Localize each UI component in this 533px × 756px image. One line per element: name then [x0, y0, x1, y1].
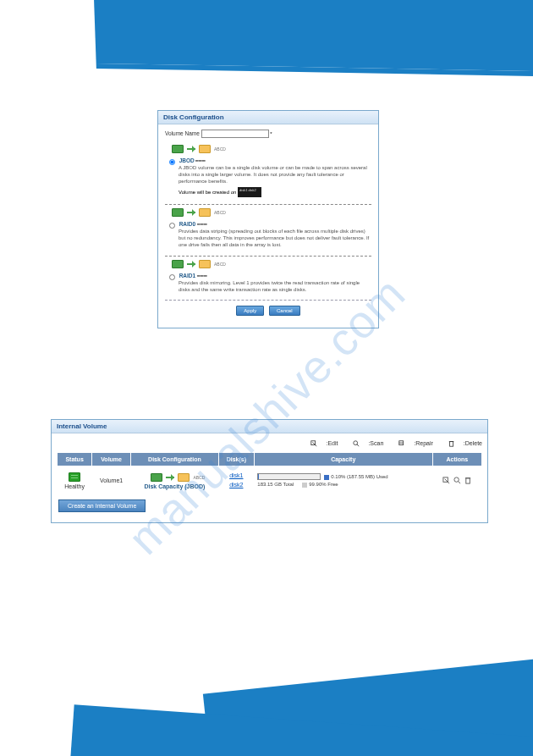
table-row: Healthy Volume1 ABCD Disk Capacity (JBOD…: [58, 466, 482, 495]
svg-rect-3: [449, 442, 453, 447]
scan-icon: [353, 440, 360, 447]
col-disk-config: Disk Configuration: [130, 453, 218, 466]
raid0-title: RAID0: [179, 221, 196, 227]
capacity-bar: [257, 473, 321, 480]
raid1-disk-icon: [172, 260, 184, 268]
col-capacity: Capacity: [254, 453, 432, 466]
row-folder-icon: [178, 473, 190, 482]
internal-volume-panel: Internal Volume :Edit :Scan :Repair: [51, 419, 488, 523]
row-edit-icon[interactable]: [442, 477, 450, 484]
raid0-abcd-label: ABCD: [214, 210, 226, 215]
col-disks: Disk(s): [218, 453, 254, 466]
raid1-folder-icon: [199, 260, 211, 268]
jbod-description: A JBOD volume can be a single disk volum…: [179, 165, 371, 185]
delete-icon: [448, 440, 455, 447]
apply-button[interactable]: Apply: [236, 306, 264, 316]
row-disk-config-label: Disk Capacity (JBOD): [134, 483, 215, 489]
volume-name-cell: Volume1: [92, 466, 131, 495]
repair-icon: [398, 440, 405, 447]
status-text: Healthy: [64, 483, 85, 489]
raid1-title: RAID1: [179, 272, 196, 278]
jbod-title: JBOD: [179, 157, 195, 163]
row-abcd-label: ABCD: [193, 475, 205, 480]
volume-name-label: Volume Name: [165, 130, 200, 136]
page-corner-top: [91, 0, 533, 72]
raid0-description: Provides data striping (spreading out bl…: [179, 229, 371, 248]
arrow-icon: [187, 148, 195, 150]
capacity-used: 0.10% (187.55 MB) Used: [324, 474, 387, 479]
volume-created-on-label: Volume will be created on: [179, 190, 236, 195]
capacity-free: 99.90% Free: [302, 482, 338, 487]
col-status: Status: [58, 453, 92, 466]
legend-scan: :Scan: [346, 440, 385, 446]
row-scan-icon[interactable]: [453, 477, 461, 484]
internal-volume-table: Status Volume Disk Configuration Disk(s)…: [57, 452, 482, 494]
legend-edit: :Edit: [304, 440, 339, 446]
raid1-description: Provides disk mirroring. Level 1 provide…: [179, 280, 371, 294]
capacity-total: 183.15 GB Total: [257, 482, 294, 487]
disk2-link[interactable]: disk2: [222, 481, 250, 490]
create-internal-volume-button[interactable]: Create an Internal Volume: [58, 499, 146, 512]
arrow-icon: [166, 477, 174, 478]
arrow-icon: [187, 212, 195, 213]
legend-delete: :Delete: [442, 440, 482, 446]
col-actions: Actions: [432, 453, 481, 466]
volume-created-on-value: disk1 disk2: [238, 187, 261, 197]
internal-volume-title: Internal Volume: [52, 420, 487, 433]
col-volume: Volume: [92, 453, 131, 466]
jbod-abcd-label: ABCD: [214, 146, 226, 152]
disk-configuration-panel: Disk Configuration Volume Name * ABCD JB…: [157, 110, 379, 328]
volume-name-required-hint: *: [270, 131, 272, 136]
status-healthy-icon: [69, 472, 80, 482]
disk-configuration-title: Disk Configuration: [158, 111, 378, 124]
raid0-radio[interactable]: [169, 223, 175, 229]
legend-repair: :Repair: [392, 440, 435, 446]
svg-rect-6: [466, 477, 470, 483]
raid0-folder-icon: [199, 208, 211, 217]
legend: :Edit :Scan :Repair :Delete: [57, 437, 482, 452]
raid1-radio[interactable]: [169, 274, 175, 280]
disk1-link[interactable]: disk1: [222, 472, 250, 481]
jbod-disk-icon: [172, 145, 184, 153]
jbod-radio[interactable]: [169, 159, 175, 165]
raid1-abcd-label: ABCD: [214, 262, 226, 267]
arrow-icon: [187, 263, 195, 265]
edit-icon: [310, 440, 317, 447]
cancel-button[interactable]: Cancel: [269, 306, 300, 316]
row-disk-icon: [151, 473, 162, 482]
jbod-folder-icon: [199, 145, 211, 153]
row-delete-icon[interactable]: [464, 477, 472, 484]
raid0-disk-icon: [172, 208, 184, 217]
volume-name-input[interactable]: [201, 130, 269, 138]
